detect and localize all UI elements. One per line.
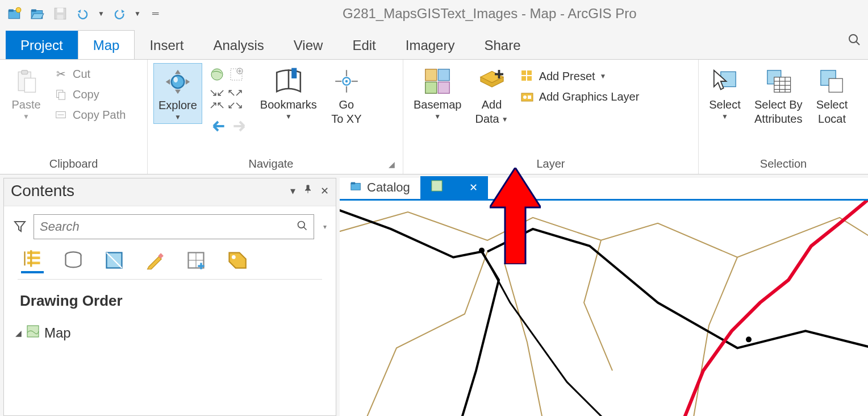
explore-dropdown-icon: ▼ [174,113,181,121]
group-selection: Select ▼ Select By Attributes Select Loc… [699,60,868,174]
zoom-out-arrows-icon[interactable]: ↖↗↙↘ [227,86,242,111]
search-options-icon[interactable]: ▾ [320,223,327,231]
select-label: Select [709,98,741,111]
ribbon-search-icon[interactable] [848,33,861,50]
tab-project[interactable]: Project [6,31,78,59]
prev-extent-icon[interactable] [209,117,227,137]
next-extent-icon[interactable] [231,117,249,137]
bookmarks-label: Bookmarks [260,98,317,111]
undo-dropdown-icon[interactable]: ▼ [98,10,105,18]
pane-close-icon[interactable]: ✕ [320,185,329,197]
tab-insert[interactable]: Insert [135,31,198,59]
list-by-labeling-icon[interactable] [226,251,248,273]
explore-button[interactable]: Explore ▼ [153,63,202,124]
add-preset-dropdown-icon: ▼ [600,72,607,80]
copy-path-button[interactable]: Copy Path [51,106,128,123]
svg-point-75 [746,336,752,342]
tab-imagery[interactable]: Imagery [391,31,470,59]
copy-label: Copy [73,88,99,101]
tab-view[interactable]: View [279,31,338,59]
svg-point-43 [523,95,527,99]
group-layer: Basemap ▼ Add Data ▼ [403,60,699,174]
fixed-zoom-in-icon[interactable] [228,66,244,84]
tab-map[interactable]: Map [78,30,135,59]
qat-customize-icon[interactable]: ═ [148,6,164,22]
add-graphics-layer-button[interactable]: Add Graphics Layer [518,88,642,105]
svg-line-9 [856,41,859,45]
crosshair-icon [331,65,362,97]
zoom-in-arrows-icon[interactable]: ↘↙↗↖ [209,86,224,111]
list-by-snapping-icon[interactable] [185,251,207,273]
svg-point-27 [345,80,348,82]
pane-pin-icon[interactable] [303,185,312,197]
select-by-location-button[interactable]: Select Locat [811,63,852,128]
undo-icon[interactable] [75,6,91,22]
svg-point-2 [16,7,21,13]
open-project-icon[interactable] [30,6,45,22]
bookmarks-button[interactable]: Bookmarks ▼ [256,63,322,123]
new-project-icon[interactable] [7,6,23,22]
group-label-clipboard: Clipboard [6,155,141,173]
list-by-editing-icon[interactable] [144,251,166,273]
search-icon[interactable] [297,220,308,234]
cut-button[interactable]: ✂ Cut [51,65,128,82]
svg-rect-47 [774,77,791,92]
expand-icon[interactable]: ◢ [15,328,22,338]
add-graphics-label: Add Graphics Layer [539,90,640,103]
contents-search-input[interactable] [40,219,297,234]
map-node[interactable]: ◢ Map [4,322,336,344]
svg-rect-41 [527,76,532,81]
select-by-location-icon [816,65,848,97]
select-by-attributes-icon [762,65,794,97]
contents-title: Contents [11,182,74,200]
doc-tab-map[interactable]: Map ✕ [420,176,488,199]
svg-rect-39 [527,70,532,75]
add-data-button[interactable]: Add Data ▼ [471,63,513,128]
add-preset-label: Add Preset [539,70,595,83]
go-to-xy-button[interactable]: Go To XY [326,63,367,128]
svg-rect-73 [432,181,442,191]
map-frame-icon [26,325,40,342]
select-by-attr-label2: Attributes [754,113,802,126]
select-by-attr-label1: Select By [754,98,802,111]
toc-view-tabs [4,247,336,273]
svg-rect-34 [425,82,437,93]
tab-edit[interactable]: Edit [337,31,390,59]
navigate-dialog-launcher-icon[interactable]: ◢ [389,160,397,169]
map-canvas[interactable] [340,201,868,416]
select-by-attributes-button[interactable]: Select By Attributes [750,63,807,128]
doc-tab-catalog[interactable]: Catalog [340,176,420,199]
paste-dropdown-icon: ▼ [23,113,30,120]
select-button[interactable]: Select ▼ [704,63,745,123]
tab-share[interactable]: Share [469,31,535,59]
svg-rect-32 [425,69,437,81]
lower-area: Contents ▾ ✕ ▾ [0,174,868,416]
select-by-loc-label1: Select [816,98,848,111]
contents-search-box[interactable] [34,214,314,239]
svg-rect-6 [57,8,64,13]
copy-button[interactable]: Copy [51,86,128,103]
graphics-layer-icon [520,89,535,104]
group-label-layer: Layer [409,155,692,173]
pane-options-icon[interactable]: ▾ [290,185,295,197]
paste-button[interactable]: Paste ▼ [6,63,47,123]
list-by-selection-icon[interactable] [103,251,126,273]
add-data-dropdown-icon: ▼ [502,115,508,123]
full-extent-icon[interactable] [209,66,225,84]
map-view-area: Catalog Map ✕ [340,178,868,416]
explore-label: Explore [158,99,197,112]
list-by-source-icon[interactable] [62,251,85,273]
document-tabs: Catalog Map ✕ [340,178,868,201]
svg-rect-12 [24,78,35,93]
navigate-mini-tools: ↘↙↗↖ ↖↗↙↘ [207,63,251,140]
filter-icon[interactable] [13,219,28,234]
svg-rect-57 [27,252,40,255]
tab-analysis[interactable]: Analysis [198,31,278,59]
add-preset-button[interactable]: Add Preset ▼ [518,68,642,85]
basemap-button[interactable]: Basemap ▼ [409,63,466,123]
redo-dropdown-icon[interactable]: ▼ [134,10,141,18]
svg-point-55 [298,221,305,228]
save-icon[interactable] [52,6,68,22]
list-by-drawing-order-icon[interactable] [21,251,44,273]
redo-icon[interactable] [111,6,127,22]
